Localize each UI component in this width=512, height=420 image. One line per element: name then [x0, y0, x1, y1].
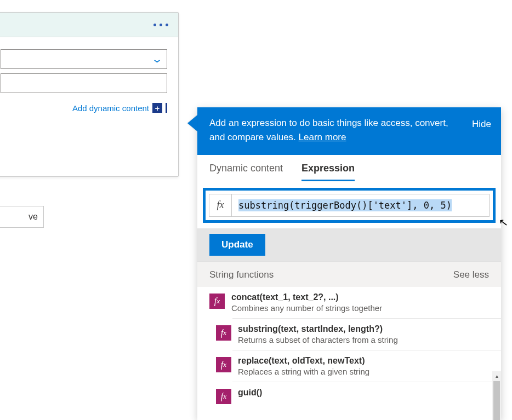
function-signature: guid() — [238, 388, 489, 398]
function-item-guid[interactable]: fx guid() — [232, 382, 501, 410]
fx-badge-icon: fx — [216, 389, 231, 404]
panel-banner: Add an expression to do basic things lik… — [197, 107, 501, 155]
function-item-substring[interactable]: fx substring(text, startIndex, length?) … — [232, 318, 501, 350]
hide-button[interactable]: Hide — [472, 116, 491, 131]
function-signature: concat(text_1, text_2?, ...) — [231, 292, 489, 302]
update-button[interactable]: Update — [209, 234, 265, 256]
fx-badge-icon: fx — [216, 357, 231, 372]
clipped-box[interactable]: ve — [0, 206, 44, 228]
see-less-link[interactable]: See less — [453, 269, 489, 280]
function-description: Combines any number of strings together — [231, 303, 489, 313]
function-signature: substring(text, startIndex, length?) — [238, 324, 489, 334]
tab-row: Dynamic content Expression — [197, 155, 501, 181]
function-item-replace[interactable]: fx replace(text, oldText, newText) Repla… — [232, 350, 501, 382]
function-description: Replaces a string with a given string — [238, 367, 489, 376]
function-description: Returns a subset of characters from a st… — [238, 335, 489, 344]
scrollbar-thumb[interactable] — [493, 381, 500, 420]
dropdown-field[interactable]: ⌄ — [1, 49, 167, 69]
expression-input[interactable]: substring(triggerBody()['text'], 0, 5) — [232, 194, 490, 217]
divider-icon — [166, 103, 167, 113]
plus-icon[interactable]: + — [152, 103, 162, 113]
expression-panel: Add an expression to do basic things lik… — [197, 107, 501, 420]
tab-dynamic-content[interactable]: Dynamic content — [209, 163, 283, 181]
fx-badge-icon: fx — [216, 325, 231, 341]
update-bar: Update — [197, 228, 501, 261]
function-list: fx concat(text_1, text_2?, ...) Combines… — [197, 287, 501, 420]
tab-expression[interactable]: Expression — [301, 163, 355, 181]
action-card-header — [0, 13, 178, 37]
callout-pointer-icon — [187, 115, 197, 131]
clipped-box-text: ve — [29, 212, 38, 222]
add-dynamic-content-link[interactable]: Add dynamic content — [72, 103, 149, 113]
expression-text: substring(triggerBody()['text'], 0, 5) — [238, 199, 452, 211]
scroll-up-icon[interactable]: ▴ — [492, 371, 501, 380]
group-title: String functions — [209, 269, 274, 280]
action-card: ⌄ Add dynamic content + — [0, 12, 179, 177]
chevron-down-icon: ⌄ — [151, 53, 163, 65]
scrollbar-track[interactable]: ▴ — [492, 371, 501, 420]
text-field[interactable] — [1, 73, 167, 93]
learn-more-link[interactable]: Learn more — [299, 132, 346, 142]
function-group-header[interactable]: String functions See less — [197, 261, 501, 287]
expression-input-wrapper: fx substring(triggerBody()['text'], 0, 5… — [203, 188, 496, 223]
cursor-icon: ↖ — [498, 215, 509, 229]
fx-icon: fx — [209, 194, 232, 217]
fx-badge-icon: fx — [209, 294, 225, 309]
function-item-concat[interactable]: fx concat(text_1, text_2?, ...) Combines… — [197, 287, 501, 318]
function-signature: replace(text, oldText, newText) — [238, 356, 489, 366]
more-icon[interactable] — [153, 24, 168, 26]
